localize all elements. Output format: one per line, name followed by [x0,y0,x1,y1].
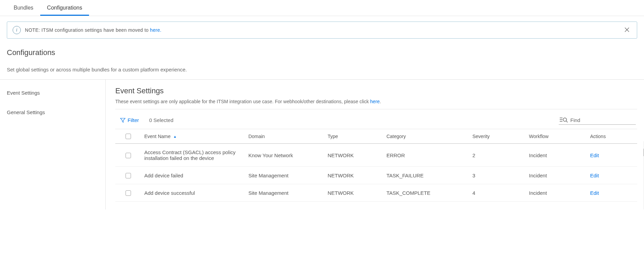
svg-marker-2 [120,118,125,122]
cell-category: ERROR [384,144,470,167]
page-title: Configurations [7,48,637,57]
info-banner-prefix: NOTE: ITSM configuration settings have b… [25,27,150,33]
content-title: Event Settings [115,86,637,95]
page-header: Configurations Set global settings or ac… [0,39,644,79]
select-all-checkbox[interactable] [126,134,131,139]
cell-domain: Know Your Network [246,144,325,167]
cell-workflow: Incident [526,167,587,184]
svg-point-6 [563,118,567,121]
header-event-name-label: Event Name [144,134,171,139]
cell-type: NETWORK [325,167,384,184]
toolbar-left: Filter 0 Selected [120,117,173,123]
top-tab-bar: Bundles Configurations [0,0,644,16]
cell-event-name: Access Contract (SGACL) access policy in… [142,144,246,167]
cell-type: NETWORK [325,144,384,167]
header-checkbox-cell [115,129,142,144]
cell-severity: 3 [470,167,526,184]
main-split: Event Settings General Settings Event Se… [0,79,644,209]
edit-link[interactable]: Edit [590,190,599,196]
filter-button[interactable]: Filter [120,117,139,123]
tab-bundles[interactable]: Bundles [7,0,40,16]
header-workflow[interactable]: Workflow [526,129,587,144]
find-control[interactable] [559,116,636,125]
sidebar-item-event-settings[interactable]: Event Settings [0,86,105,99]
cell-actions: Edit [587,167,637,184]
edit-link[interactable]: Edit [590,152,599,158]
cell-event-name: Add device successful [142,184,246,202]
header-type[interactable]: Type [325,129,384,144]
info-banner-link[interactable]: here. [150,27,161,33]
close-icon[interactable] [623,27,631,34]
cell-domain: Site Management [246,167,325,184]
row-checkbox-cell [115,184,142,202]
table-header-row: Event Name ▲ Domain Type Category Severi… [115,129,637,144]
content-panel: Event Settings These event settings are … [106,80,644,209]
row-checkbox[interactable] [126,173,131,178]
row-checkbox-cell [115,167,142,184]
events-table: Event Name ▲ Domain Type Category Severi… [115,129,637,202]
content-desc-suffix: . [380,99,381,104]
sort-ascending-icon: ▲ [173,135,177,138]
find-list-icon [559,117,568,123]
info-banner: i NOTE: ITSM configuration settings have… [7,22,637,39]
tab-configurations[interactable]: Configurations [40,0,89,16]
sidebar: Event Settings General Settings [0,80,106,209]
table-row: Add device successfulSite ManagementNETW… [115,184,637,202]
cell-severity: 2 [470,144,526,167]
info-icon: i [13,26,21,34]
cell-severity: 4 [470,184,526,202]
divider [115,109,637,109]
row-checkbox-cell [115,144,142,167]
content-desc-prefix: These event settings are only applicable… [115,99,370,104]
header-severity[interactable]: Severity [470,129,526,144]
info-banner-text: NOTE: ITSM configuration settings have b… [25,27,618,33]
cell-actions: Edit [587,144,637,167]
cell-category: TASK_COMPLETE [384,184,470,202]
selected-count: 0 Selected [149,117,173,123]
cell-actions: Edit [587,184,637,202]
row-checkbox[interactable] [126,190,131,196]
cell-event-name: Add device failed [142,167,246,184]
filter-icon [120,118,126,123]
cell-type: NETWORK [325,184,384,202]
cell-category: TASK_FAILURE [384,167,470,184]
filter-label: Filter [128,117,139,123]
table-toolbar: Filter 0 Selected [115,116,637,129]
header-domain[interactable]: Domain [246,129,325,144]
cell-workflow: Incident [526,184,587,202]
sidebar-item-general-settings[interactable]: General Settings [0,106,105,119]
edit-link[interactable]: Edit [590,173,599,178]
content-description: These event settings are only applicable… [115,99,637,104]
page-description: Set global settings or across multiple b… [7,67,637,72]
find-input[interactable] [570,117,635,123]
header-category[interactable]: Category [384,129,470,144]
header-event-name[interactable]: Event Name ▲ [142,129,246,144]
svg-line-7 [566,121,568,122]
row-checkbox[interactable] [126,153,131,158]
table-row: Add device failedSite ManagementNETWORKT… [115,167,637,184]
table-row: Access Contract (SGACL) access policy in… [115,144,637,167]
header-actions: Actions [587,129,637,144]
cell-domain: Site Management [246,184,325,202]
cell-workflow: Incident [526,144,587,167]
content-desc-link[interactable]: here [370,99,380,104]
